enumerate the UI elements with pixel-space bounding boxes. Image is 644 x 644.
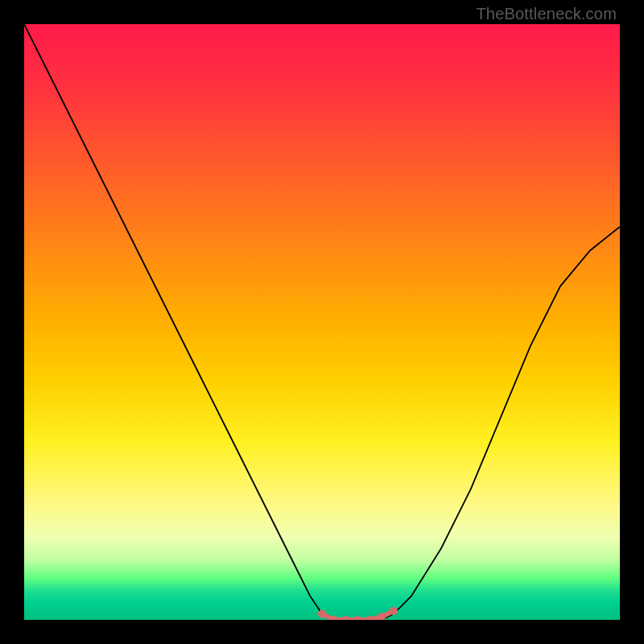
curve-svg: [24, 24, 620, 620]
optimal-marker: [342, 616, 350, 620]
bottleneck-curve: [24, 24, 620, 620]
optimal-marker: [318, 610, 326, 618]
optimal-marker: [390, 607, 398, 615]
plot-area: [24, 24, 620, 620]
watermark-text: TheBottleneck.com: [476, 5, 617, 23]
optimal-marker: [365, 616, 374, 620]
optimal-marker: [353, 616, 361, 620]
chart-container: TheBottleneck.com: [0, 0, 644, 644]
